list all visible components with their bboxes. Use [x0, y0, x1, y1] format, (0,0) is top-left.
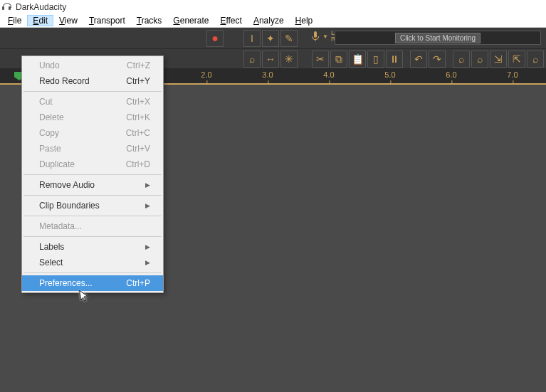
mic-icon[interactable]: ▼ LR — [311, 30, 335, 43]
menu-tracks[interactable]: Tracks — [131, 15, 168, 26]
titlebar: DarkAudacity — [0, 0, 546, 14]
multi-tool-button[interactable]: ✳ — [280, 51, 298, 68]
menu-item-labels[interactable]: Labels▶ — [22, 239, 163, 255]
record-button[interactable]: ● — [206, 30, 224, 47]
menu-item-cut: CutCtrl+X — [22, 94, 163, 110]
menu-item-clip-boundaries[interactable]: Clip Boundaries▶ — [22, 198, 163, 213]
fit-selection-button[interactable]: ⇲ — [490, 51, 507, 68]
ruler-tick: 6.0 — [446, 70, 456, 79]
menu-item-remove-audio[interactable]: Remove Audio▶ — [22, 177, 163, 193]
app-title: DarkAudacity — [16, 2, 66, 12]
envelope-tool-button[interactable]: ✦ — [262, 30, 279, 47]
ruler-tick: 2.0 — [201, 70, 211, 79]
cut-button[interactable]: ✂ — [312, 51, 329, 68]
ruler-tick: 7.0 — [507, 70, 518, 79]
menu-item-redo-record[interactable]: Redo RecordCtrl+Y — [22, 73, 163, 89]
menu-help[interactable]: Help — [290, 15, 319, 26]
zoom-in-button[interactable]: ⌕ — [453, 51, 470, 68]
monitoring-label[interactable]: Click to Start Monitoring — [395, 33, 481, 43]
menubar: FileEditViewTransportTracksGenerateEffec… — [0, 14, 546, 28]
zoom-sel-button[interactable]: ⌕ — [527, 51, 544, 68]
menu-item-delete: DeleteCtrl+K — [22, 110, 163, 125]
ruler-tick: 3.0 — [262, 70, 273, 79]
trim-button[interactable]: ▯ — [367, 51, 384, 68]
menu-generate[interactable]: Generate — [167, 15, 214, 26]
monitoring-meter[interactable]: Click to Start Monitoring — [335, 31, 541, 45]
menu-item-copy: CopyCtrl+C — [22, 125, 163, 141]
menu-item-preferences[interactable]: Preferences...Ctrl+P — [22, 275, 163, 291]
menu-analyze[interactable]: Analyze — [248, 15, 290, 26]
redo-button[interactable]: ↷ — [429, 51, 446, 68]
menu-edit[interactable]: Edit — [27, 15, 53, 26]
fit-project-button[interactable]: ⇱ — [508, 51, 525, 68]
menu-file[interactable]: File — [2, 15, 27, 26]
draw-tool-button[interactable]: ✎ — [280, 30, 298, 47]
zoom-out-button[interactable]: ⌕ — [471, 51, 488, 68]
silence-button[interactable]: ⏸ — [386, 51, 403, 68]
workspace: ▼ LR Click to Start Monitoring 2.03.04.0… — [0, 28, 546, 392]
zoom-tool-button[interactable]: ⌕ — [243, 51, 261, 68]
menu-item-undo: UndoCtrl+Z — [22, 58, 163, 73]
copy-button[interactable]: ⧉ — [330, 51, 347, 68]
ruler-tick: 5.0 — [384, 70, 395, 79]
menu-item-paste: PasteCtrl+V — [22, 141, 163, 157]
ruler-tick: 4.0 — [323, 70, 334, 79]
paste-button[interactable]: 📋 — [349, 51, 366, 68]
app-icon — [3, 3, 13, 11]
menu-transport[interactable]: Transport — [83, 15, 131, 26]
selection-tool-button[interactable]: I — [243, 30, 261, 47]
menu-item-duplicate: DuplicateCtrl+D — [22, 157, 163, 172]
menu-view[interactable]: View — [53, 15, 83, 26]
menu-effect[interactable]: Effect — [214, 15, 247, 26]
menu-item-metadata: Metadata... — [22, 218, 163, 234]
undo-button[interactable]: ↶ — [410, 51, 427, 68]
edit-menu-dropdown: UndoCtrl+ZRedo RecordCtrl+YCutCtrl+XDele… — [21, 55, 164, 293]
menu-item-select[interactable]: Select▶ — [22, 255, 163, 270]
timeshift-tool-button[interactable]: ↔ — [262, 51, 279, 68]
